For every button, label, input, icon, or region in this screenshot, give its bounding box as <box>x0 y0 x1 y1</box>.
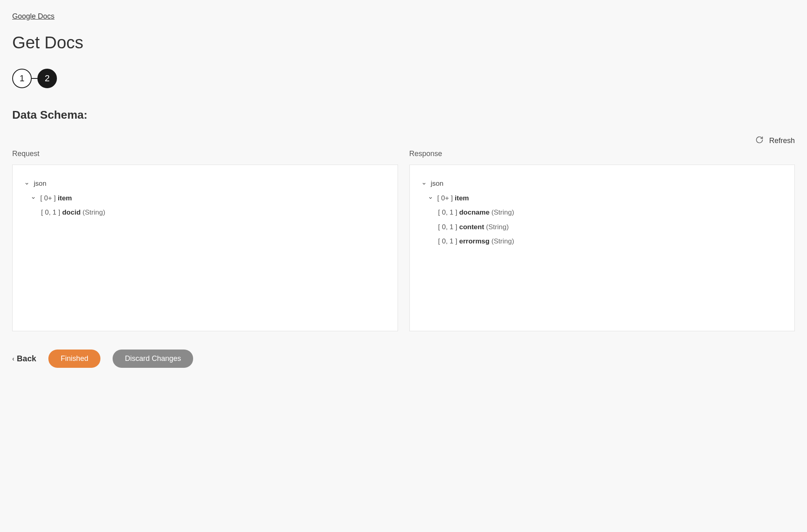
field-type: (String) <box>83 208 105 216</box>
field-name: errormsg <box>459 237 489 245</box>
refresh-icon <box>755 136 763 145</box>
chevron-down-icon[interactable] <box>24 181 30 186</box>
request-field-docid[interactable]: [ 0, 1 ] docid (String) <box>24 205 386 220</box>
response-item-name: item <box>455 194 469 202</box>
refresh-button[interactable]: Refresh <box>12 136 795 145</box>
request-panel: json [ 0+ ] item [ 0, 1 ] docid <box>12 165 398 331</box>
field-name: content <box>459 223 484 231</box>
field-prefix: [ 0, 1 ] <box>438 237 457 245</box>
request-item-name: item <box>58 194 72 202</box>
refresh-label: Refresh <box>769 137 795 145</box>
field-type: (String) <box>486 223 509 231</box>
response-root-label: json <box>431 178 444 189</box>
chevron-down-icon[interactable] <box>428 195 433 200</box>
schema-grid: Request json [ 0+ ] item <box>12 150 795 331</box>
request-column: Request json [ 0+ ] item <box>12 150 398 331</box>
chevron-down-icon[interactable] <box>30 195 36 200</box>
response-field-errormsg[interactable]: [ 0, 1 ] errormsg (String) <box>421 234 783 249</box>
response-tree-root[interactable]: json <box>421 176 783 191</box>
field-prefix: [ 0, 1 ] <box>438 223 457 231</box>
response-panel: json [ 0+ ] item [ 0, 1 ] docname <box>409 165 795 331</box>
footer-actions: ‹ Back Finished Discard Changes <box>12 350 795 368</box>
field-name: docid <box>62 208 80 216</box>
page-title: Get Docs <box>12 33 795 52</box>
request-item-prefix: [ 0+ ] <box>40 194 56 202</box>
back-button[interactable]: ‹ Back <box>12 354 36 363</box>
field-prefix: [ 0, 1 ] <box>438 208 457 216</box>
breadcrumb: Google Docs <box>12 12 795 21</box>
response-field-content[interactable]: [ 0, 1 ] content (String) <box>421 220 783 235</box>
response-field-docname[interactable]: [ 0, 1 ] docname (String) <box>421 205 783 220</box>
response-tree-item[interactable]: [ 0+ ] item <box>421 191 783 206</box>
finished-button[interactable]: Finished <box>48 350 100 368</box>
field-type: (String) <box>492 237 514 245</box>
back-label: Back <box>17 354 36 363</box>
breadcrumb-link-google-docs[interactable]: Google Docs <box>12 12 54 20</box>
discard-changes-button[interactable]: Discard Changes <box>113 350 193 368</box>
field-type: (String) <box>492 208 514 216</box>
step-connector <box>32 78 37 79</box>
chevron-down-icon[interactable] <box>421 181 427 186</box>
request-tree-root[interactable]: json <box>24 176 386 191</box>
chevron-left-icon: ‹ <box>12 355 14 363</box>
field-prefix: [ 0, 1 ] <box>41 208 60 216</box>
field-name: docname <box>459 208 489 216</box>
section-title-data-schema: Data Schema: <box>12 109 795 122</box>
request-tree-item[interactable]: [ 0+ ] item <box>24 191 386 206</box>
step-1[interactable]: 1 <box>12 69 32 88</box>
response-title: Response <box>409 150 795 158</box>
request-root-label: json <box>34 178 46 189</box>
stepper: 1 2 <box>12 69 795 88</box>
response-column: Response json [ 0+ ] item <box>409 150 795 331</box>
response-item-prefix: [ 0+ ] <box>437 194 453 202</box>
step-2[interactable]: 2 <box>37 69 57 88</box>
request-title: Request <box>12 150 398 158</box>
